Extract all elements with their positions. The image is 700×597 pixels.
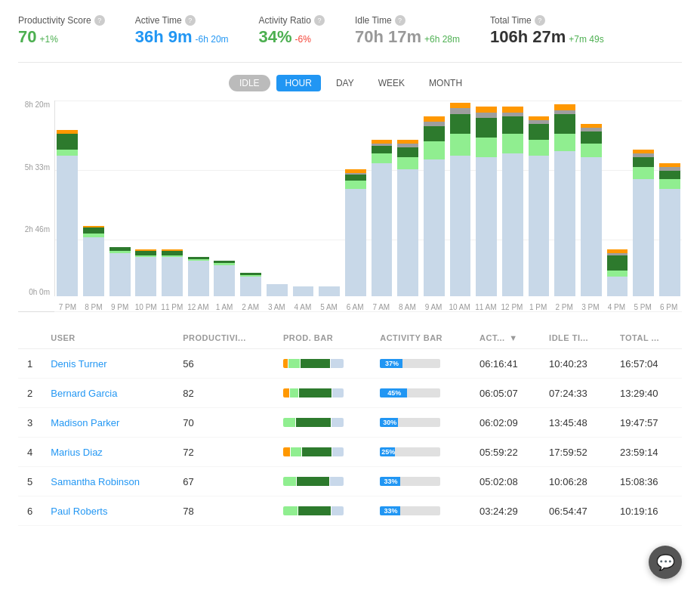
prod-bar: [283, 388, 344, 397]
bar-segment: [188, 261, 209, 296]
row-number: 4: [18, 438, 42, 467]
bar-segment: [424, 159, 445, 296]
bar-group[interactable]: [631, 101, 656, 296]
hour-button[interactable]: HOUR: [276, 75, 321, 91]
user-name-link[interactable]: Marius Diaz: [51, 447, 103, 458]
bar-group[interactable]: [186, 101, 211, 296]
bar-group[interactable]: [605, 101, 630, 296]
th-idle-time: IDLE TI...: [540, 327, 611, 349]
total-time-value: 106h 27m: [490, 27, 566, 47]
bar-group[interactable]: [578, 101, 603, 296]
prod-bar-segment: [283, 506, 298, 515]
user-name-link[interactable]: Madison Parker: [51, 417, 119, 428]
productivity-score: 78: [174, 496, 274, 526]
bar-group[interactable]: [212, 101, 237, 296]
idle-time-value: 17:59:52: [540, 438, 611, 467]
activity-percentage: 30%: [381, 419, 396, 426]
bar-group[interactable]: [553, 101, 578, 296]
bar-segment: [83, 227, 104, 234]
chart-wrapper: 8h 20m 5h 33m 2h 46m 0h 0m 7 PM8 PM9 PM1…: [18, 101, 682, 312]
activity-percentage: 33%: [382, 507, 397, 515]
week-button[interactable]: WEEK: [369, 75, 414, 91]
user-name-link[interactable]: Denis Turner: [51, 358, 106, 370]
bar-group[interactable]: [239, 101, 264, 296]
bar-segment: [424, 126, 445, 142]
bar-segment: [554, 104, 575, 110]
bar-segment: [476, 138, 497, 157]
bar-group[interactable]: [657, 101, 682, 296]
sort-icon: ▼: [509, 333, 517, 342]
bar-group[interactable]: [107, 101, 132, 296]
bar-group[interactable]: [474, 101, 499, 296]
bar-segment: [424, 141, 445, 159]
chart-controls: IDLE HOUR DAY WEEK MONTH: [18, 75, 682, 91]
y-label-bottom: 0h 0m: [29, 288, 50, 296]
bar-segment: [345, 181, 366, 188]
bar-group[interactable]: [369, 101, 394, 296]
bar-segment: [397, 169, 418, 296]
total-time-value: 10:19:16: [611, 496, 682, 526]
user-name-link[interactable]: Bernard Garcia: [51, 388, 117, 399]
bar-segment: [633, 167, 654, 179]
bar-group[interactable]: [396, 101, 421, 296]
x-label: 12 AM: [185, 303, 211, 311]
bar-group[interactable]: [82, 101, 106, 296]
activity-bar-fill: 37%: [380, 359, 402, 368]
bar-group[interactable]: [343, 101, 368, 296]
idle-time-label: Idle Time: [355, 15, 392, 26]
bar-group[interactable]: [264, 101, 289, 296]
bar-group[interactable]: [500, 101, 525, 296]
bar-segment: [450, 103, 471, 109]
bar-group[interactable]: [526, 101, 551, 296]
bar-group[interactable]: [134, 101, 159, 296]
productivity-help-icon[interactable]: ?: [94, 15, 105, 26]
day-button[interactable]: DAY: [327, 75, 363, 91]
metric-activity-ratio: Activity Ratio ? 34% -6%: [259, 15, 325, 47]
table-row: 2Bernard Garcia8245%06:05:0707:24:3313:2…: [18, 379, 682, 408]
month-button[interactable]: MONTH: [420, 75, 471, 91]
bar-group[interactable]: [291, 101, 316, 296]
th-active-time[interactable]: ACT... ▼: [470, 327, 540, 349]
x-label: 12 PM: [499, 303, 526, 311]
user-name-link[interactable]: Paul Roberts: [51, 506, 107, 517]
x-label: 11 PM: [159, 303, 186, 311]
row-number: 3: [18, 408, 42, 438]
x-label: 4 PM: [603, 303, 630, 311]
table-row: 5Samantha Robinson6733%05:02:0810:06:281…: [18, 467, 682, 496]
bar-group[interactable]: [448, 101, 473, 296]
bar-stack: [659, 163, 680, 296]
bar-segment: [83, 237, 104, 296]
table-header: USER PRODUCTIVI... PROD. BAR ACTIVITY BA…: [18, 327, 682, 349]
bar-segment: [372, 146, 393, 153]
idle-time-help-icon[interactable]: ?: [395, 15, 406, 26]
bar-stack: [607, 249, 628, 296]
x-label: 3 AM: [264, 303, 290, 311]
prod-bar: [283, 418, 344, 427]
bar-segment: [633, 179, 654, 296]
th-num: [18, 327, 42, 349]
idle-toggle-button[interactable]: IDLE: [229, 75, 270, 91]
prod-bar-segment: [297, 477, 329, 486]
active-time-help-icon[interactable]: ?: [185, 15, 196, 26]
activity-ratio-help-icon[interactable]: ?: [314, 15, 325, 26]
activity-percentage: 25%: [380, 448, 395, 456]
bar-group[interactable]: [317, 101, 342, 296]
bar-group[interactable]: [55, 101, 80, 296]
x-label: 11 AM: [473, 303, 499, 311]
y-label-mid1: 5h 33m: [25, 163, 50, 172]
total-time-help-icon[interactable]: ?: [535, 15, 545, 26]
prod-bar-segment: [288, 359, 300, 368]
prod-bar-segment: [331, 506, 344, 515]
bar-segment: [502, 134, 523, 153]
user-name-link[interactable]: Samantha Robinson: [51, 476, 140, 487]
th-prod-bar: PROD. BAR: [274, 327, 371, 349]
bar-group[interactable]: [421, 101, 446, 296]
bar-segment: [554, 134, 575, 151]
active-time-value: 03:24:29: [470, 496, 540, 526]
bar-segment: [397, 157, 418, 169]
bar-group[interactable]: [160, 101, 185, 296]
bar-segment: [581, 157, 602, 296]
th-productivity: PRODUCTIVI...: [174, 327, 274, 349]
bar-segment: [450, 108, 471, 114]
activity-bar-fill: 25%: [380, 447, 395, 456]
